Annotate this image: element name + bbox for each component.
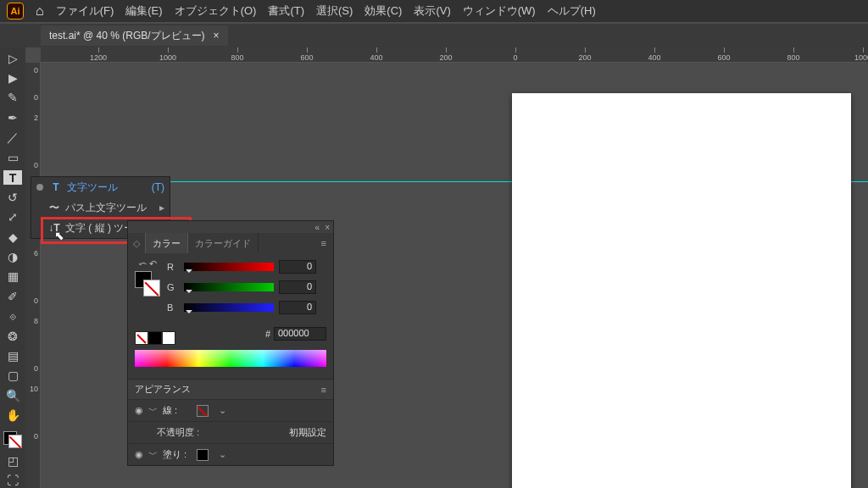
hex-input[interactable]: 000000 [274, 327, 326, 341]
flyout-label: 文字ツール [67, 180, 118, 195]
panel-menu-icon[interactable]: ≡ [314, 238, 333, 248]
menu-help[interactable]: ヘルプ(H) [548, 3, 596, 19]
toolbox: ▷ ▶ ✎ ✒ ／ ▭ T ↺ ⤢ ◆ ◑ ▦ ✐ ⟐ ❂ ▤ ▢ 🔍 ✋ ◰ … [0, 47, 25, 488]
gradient-tool[interactable]: ◑ [3, 249, 22, 263]
mesh-tool[interactable]: ▦ [3, 269, 22, 284]
vertical-type-icon: ↓T [48, 222, 60, 234]
opacity-value[interactable]: 初期設定 [289, 426, 326, 439]
channel-r-value[interactable]: 0 [279, 260, 316, 274]
ruler-tick: 400 [637, 47, 671, 62]
scale-tool[interactable]: ⤢ [3, 210, 22, 225]
fill-stroke-indicator[interactable] [135, 271, 160, 297]
ruler-tick: 2 [34, 114, 38, 122]
fill-swatch-black[interactable] [197, 449, 209, 461]
color-panel: « × ◇ カラー カラーガイド ≡ ⤺ ↶ R [127, 220, 334, 466]
rotate-tool[interactable]: ↺ [3, 190, 22, 204]
ruler-tick: 1000 [846, 47, 868, 62]
symbol-sprayer-tool[interactable]: ❂ [3, 329, 22, 343]
color-model-icon[interactable]: ◇ [128, 238, 145, 249]
menu-file[interactable]: ファイル(F) [56, 3, 114, 19]
menu-bar: Ai ⌂ ファイル(F) 編集(E) オブジェクト(O) 書式(T) 選択(S)… [0, 0, 868, 22]
panel-title-bar[interactable]: « × [128, 221, 333, 233]
visibility-icon[interactable]: ◉ [135, 449, 143, 460]
appearance-header[interactable]: アピアランス ≡ [128, 379, 333, 399]
appearance-fill-row[interactable]: ◉ ﹀ 塗り : ⌄ [128, 443, 333, 465]
none-swatch[interactable] [135, 331, 148, 345]
menu-effect[interactable]: 効果(C) [364, 3, 402, 19]
collapse-icon[interactable]: « [315, 223, 320, 232]
eyedropper-tool[interactable]: ✐ [3, 289, 22, 303]
menu-edit[interactable]: 編集(E) [125, 3, 162, 19]
path-type-icon: 〜 [48, 201, 60, 215]
ruler-tick: 0 [498, 47, 532, 62]
vertical-ruler: 0 0 2 0 4 0 6 0 8 0 10 0 [25, 63, 41, 488]
zoom-tool[interactable]: 🔍 [3, 388, 22, 402]
chevron-down-icon[interactable]: ⌄ [219, 449, 226, 460]
document-tab[interactable]: test.ai* @ 40 % (RGB/プレビュー) × [41, 25, 228, 46]
draw-mode-toggle[interactable]: ◰ [3, 453, 22, 468]
fill-stroke-swatch[interactable] [3, 431, 22, 449]
black-swatch[interactable] [148, 331, 162, 345]
submenu-arrow-icon: ▸ [159, 202, 164, 214]
color-spectrum[interactable] [135, 350, 326, 367]
active-dot-icon [36, 184, 43, 191]
white-swatch[interactable] [162, 331, 175, 345]
ruler-tick: 600 [707, 47, 741, 62]
ruler-tick: 800 [220, 47, 254, 62]
curvature-tool[interactable]: ✒ [3, 110, 22, 125]
channel-g-slider[interactable] [184, 283, 274, 291]
tab-color-guide[interactable]: カラーガイド [188, 233, 259, 253]
tab-color[interactable]: カラー [145, 233, 188, 253]
artboard[interactable] [512, 93, 851, 488]
chevron-down-icon[interactable]: ⌄ [219, 405, 226, 416]
close-icon[interactable]: × [214, 30, 220, 42]
flyout-path-text-tool[interactable]: 〜 パス上文字ツール ▸ [31, 197, 170, 218]
stroke-label: 線 : [163, 404, 192, 417]
home-icon[interactable]: ⌂ [36, 3, 44, 19]
stroke-swatch[interactable] [8, 435, 22, 448]
appearance-stroke-row[interactable]: ◉ ﹀ 線 : ⌄ [128, 399, 333, 421]
ruler-tick: 0 [34, 432, 38, 441]
flyout-text-tool[interactable]: T 文字ツール (T) [31, 177, 170, 197]
direct-selection-tool[interactable]: ▶ [3, 70, 22, 85]
graph-tool[interactable]: ▤ [3, 348, 22, 363]
close-panel-icon[interactable]: × [325, 223, 330, 232]
fill-label: 塗り : [163, 448, 192, 461]
channel-b-value[interactable]: 0 [279, 301, 316, 314]
menu-view[interactable]: 表示(V) [414, 3, 450, 19]
pen-tool[interactable]: ✎ [3, 91, 22, 105]
menu-select[interactable]: 選択(S) [316, 3, 353, 19]
hand-tool[interactable]: ✋ [3, 408, 22, 422]
shape-builder-tool[interactable]: ◆ [3, 230, 22, 244]
screen-mode[interactable]: ⛶ [3, 474, 22, 488]
type-tool[interactable]: T [3, 170, 22, 185]
default-fill-stroke-icon[interactable]: ↶ [149, 258, 157, 269]
flyout-shortcut: (T) [152, 181, 164, 193]
selection-tool[interactable]: ▷ [3, 51, 22, 65]
stroke-indicator[interactable] [143, 280, 160, 297]
swap-fill-stroke-icon[interactable]: ⤺ [139, 258, 147, 269]
artboard-tool[interactable]: ▢ [3, 369, 22, 383]
ruler-tick: 6 [34, 249, 38, 258]
line-tool[interactable]: ／ [3, 130, 22, 146]
channel-g-value[interactable]: 0 [279, 280, 316, 294]
visibility-icon[interactable]: ◉ [135, 405, 143, 416]
stroke-swatch-none[interactable] [197, 405, 209, 417]
menu-type[interactable]: 書式(T) [268, 3, 304, 19]
channel-r-slider[interactable] [184, 263, 274, 271]
menu-object[interactable]: オブジェクト(O) [175, 3, 257, 19]
channel-b-label: B [167, 302, 179, 313]
menu-window[interactable]: ウィンドウ(W) [463, 3, 536, 19]
ruler-tick: 1200 [81, 47, 115, 62]
appearance-opacity-row[interactable]: 不透明度 : 初期設定 [128, 421, 333, 443]
chevron-down-icon[interactable]: ﹀ [148, 448, 158, 461]
blend-tool[interactable]: ⟐ [3, 309, 22, 324]
chevron-down-icon[interactable]: ﹀ [148, 404, 158, 417]
channel-b-slider[interactable] [184, 303, 274, 312]
ruler-tick: 600 [290, 47, 324, 62]
rectangle-tool[interactable]: ▭ [3, 151, 22, 165]
ruler-tick: 8 [34, 317, 38, 325]
ruler-tick: 200 [568, 47, 602, 62]
ruler-tick: 200 [429, 47, 463, 62]
appearance-menu-icon[interactable]: ≡ [321, 385, 326, 395]
